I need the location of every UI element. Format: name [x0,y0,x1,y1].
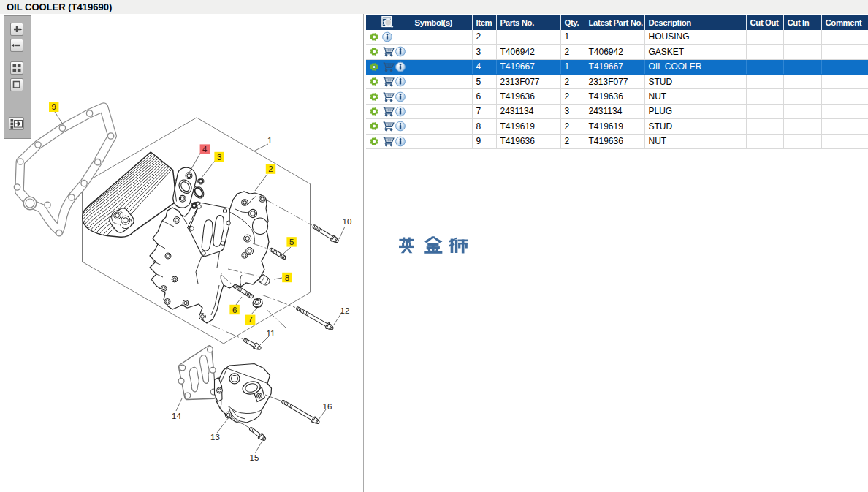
svg-text:11: 11 [267,329,275,338]
svg-text:16: 16 [323,402,332,411]
svg-text:5: 5 [289,238,294,246]
svg-text:2: 2 [268,164,273,173]
svg-text:7: 7 [248,315,252,324]
svg-text:4: 4 [202,145,208,154]
svg-text:13: 13 [210,433,220,442]
svg-text:3: 3 [217,153,221,162]
svg-text:9: 9 [51,102,56,111]
svg-text:8: 8 [285,273,289,282]
svg-text:12: 12 [340,306,350,315]
svg-text:10: 10 [343,217,352,226]
svg-text:1: 1 [267,136,272,145]
svg-text:15: 15 [250,453,259,462]
svg-text:14: 14 [172,412,181,420]
svg-text:6: 6 [232,306,237,314]
